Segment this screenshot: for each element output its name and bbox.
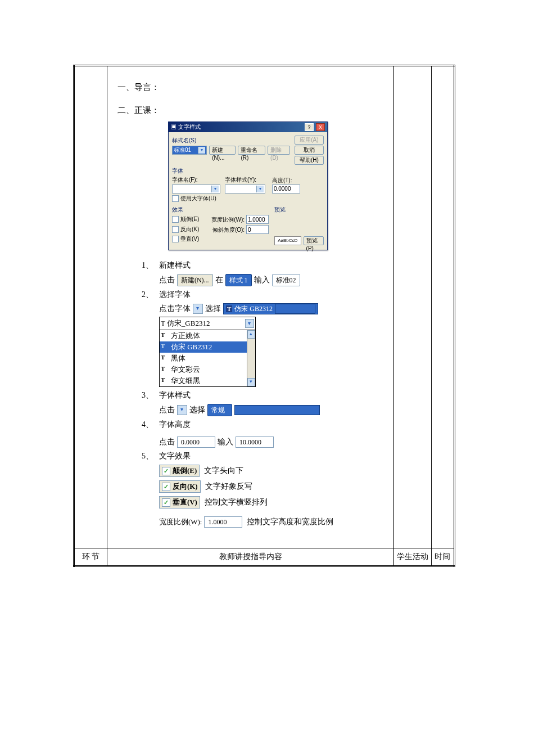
std02-field-img[interactable]: 标准02	[272, 274, 300, 286]
chevron-down-icon[interactable]: ▾	[198, 147, 205, 154]
step-5: 5、 文字效果 ✓颠倒(E) 文字头向下 ✓反向(K) 文字好象反写	[130, 451, 383, 528]
new-button[interactable]: 新建(N)...	[209, 146, 236, 155]
widthratio-input-img[interactable]: 1.0000	[204, 516, 242, 528]
time-cell	[431, 66, 454, 548]
cancel-button[interactable]: 取消	[295, 146, 324, 155]
apply-button[interactable]: 应用(A)	[295, 136, 324, 145]
font-selected-img[interactable]: T 仿宋 GB2312	[223, 303, 318, 314]
student-activity-cell	[394, 66, 432, 548]
text-style-dialog: ▣ 文字样式 ? X 样式名(S)	[168, 122, 328, 250]
bigfont-checkbox[interactable]: 使用大字体(U)	[172, 195, 216, 202]
dialog-titlebar[interactable]: ▣ 文字样式 ? X	[169, 122, 327, 132]
font-option-label: 黑体	[171, 354, 185, 362]
font-selected-text: 仿宋 GB2312	[234, 304, 273, 314]
widthratio-input[interactable]: 1.0000	[246, 215, 269, 224]
reverse-checkbox[interactable]: 反向(K)	[172, 226, 199, 233]
upside-check-img[interactable]: ✓颠倒(E)	[159, 465, 200, 477]
step-4: 4、 字体高度 点击 0.0000 输入 10.0000	[130, 420, 383, 448]
font-option-label: 华文细黑	[171, 376, 200, 385]
preview-box: AaBbCcD	[274, 236, 301, 245]
text: 点击	[159, 437, 175, 447]
angle-input[interactable]: 0	[246, 225, 269, 234]
rename-button[interactable]: 重命名(R)	[238, 146, 265, 155]
new-style-button-img[interactable]: 新建(N)...	[177, 274, 213, 286]
close-icon[interactable]: X	[316, 123, 325, 131]
footer-col3: 学生活动	[394, 548, 432, 566]
font-option-label: 华文彩云	[171, 365, 200, 374]
chevron-down-icon[interactable]: ▾	[256, 186, 264, 192]
fontstyle-value-img[interactable]: 常规	[207, 404, 232, 416]
fontname-combo[interactable]: ▾	[172, 184, 220, 194]
step-title: 选择字体	[159, 290, 383, 300]
note: 控制文字高度和宽度比例	[247, 517, 333, 527]
footer-col1: 环 节	[74, 548, 107, 566]
step-number: 3、	[130, 390, 159, 416]
stylename-value: 标准01	[174, 146, 191, 154]
font-option[interactable]: T黑体	[160, 353, 255, 364]
left-empty-cell	[74, 66, 107, 548]
note: 控制文字横竖排列	[205, 497, 268, 507]
reverse-check-img[interactable]: ✓反向(K)	[159, 480, 201, 493]
font-combo-current: 仿宋_GB2312	[167, 319, 210, 327]
font-option-label: 方正姚体	[171, 331, 200, 340]
reverse-label: 反向(K)	[180, 226, 199, 233]
upside-checkbox[interactable]: 颠倒(E)	[172, 215, 199, 223]
footer-col2: 教师讲授指导内容	[107, 548, 393, 566]
text: 点击字体	[159, 304, 191, 314]
chevron-down-icon[interactable]: ▾	[245, 319, 254, 328]
font-option[interactable]: T方正姚体	[160, 330, 255, 341]
delete-button[interactable]: 删除(D)	[268, 146, 290, 155]
content-cell: 一、导言： 二、正课： ▣ 文字样式 ? X	[107, 66, 393, 548]
document-page: 一、导言： 二、正课： ▣ 文字样式 ? X	[0, 0, 534, 756]
font-option[interactable]: T华文彩云	[160, 364, 255, 375]
upside-label: 颠倒(E)	[180, 215, 199, 223]
stylename-combo[interactable]: 标准01 ▾	[172, 146, 207, 155]
group-stylename: 样式名(S)	[172, 137, 290, 145]
font-option[interactable]: T华文细黑	[160, 375, 255, 386]
note: 文字好象反写	[205, 482, 252, 492]
height-before-input[interactable]: 0.0000	[177, 436, 215, 448]
vertical-checkbox[interactable]: 垂直(V)	[172, 235, 199, 243]
scroll-down-icon[interactable]: ▾	[247, 378, 255, 386]
help-button[interactable]: 帮助(H)	[295, 156, 324, 165]
vertical-label: 垂直(V)	[180, 235, 199, 243]
font-dropdown-list[interactable]: T 仿宋_GB2312 ▾ T方正姚体 T仿宋 GB2312 T黑体 T华文彩云…	[159, 317, 256, 387]
vertical-check-img[interactable]: ✓垂直(V)	[159, 496, 200, 508]
text: 输入	[218, 437, 233, 447]
bigfont-label: 使用大字体(U)	[180, 195, 216, 202]
label-fontstyle: 字体样式(Y):	[225, 176, 270, 184]
style1-field-img[interactable]: 样式 1	[225, 274, 252, 286]
dialog-title-icon: ▣ 文字样式	[171, 123, 201, 131]
step-number: 5、	[130, 451, 159, 528]
fontstyle-combo[interactable]: ▾	[225, 184, 265, 194]
help-icon[interactable]: ?	[305, 123, 314, 131]
text: 选择	[205, 304, 221, 314]
step-3: 3、 字体样式 点击 ▾ 选择 常规	[130, 390, 383, 416]
check-label: 垂直(V)	[173, 497, 197, 507]
preview-button[interactable]: 预览(P)	[304, 236, 324, 245]
text: 在	[215, 275, 223, 285]
font-option-selected[interactable]: T仿宋 GB2312	[160, 341, 255, 353]
chevron-down-icon[interactable]: ▾	[177, 405, 187, 415]
text: 输入	[254, 275, 270, 285]
step-number: 4、	[130, 420, 159, 448]
height-input[interactable]: 0.0000	[272, 184, 300, 194]
dialog-title-text: 文字样式	[178, 124, 201, 130]
widthratio-label: 宽度比例(W):	[211, 217, 245, 223]
font-option-label: 仿宋 GB2312	[171, 343, 212, 351]
chevron-down-icon[interactable]: ▾	[193, 304, 203, 314]
step-1: 1、 新建样式 点击 新建(N)... 在 样式 1 输入 标准02	[130, 260, 383, 286]
note: 文字头向下	[204, 466, 243, 476]
footer-label-row: 环 节 教师讲授指导内容 学生活动 时间	[74, 548, 455, 566]
text: 点击	[159, 405, 175, 415]
step-list: 1、 新建样式 点击 新建(N)... 在 样式 1 输入 标准02	[130, 260, 383, 528]
check-label: 颠倒(E)	[173, 466, 197, 476]
height-after-input[interactable]: 10.0000	[236, 436, 274, 448]
step-number: 2、	[130, 290, 159, 387]
chevron-down-icon[interactable]: ▾	[211, 186, 219, 192]
group-font: 字体	[172, 167, 324, 175]
scroll-up-icon[interactable]: ▴	[247, 330, 255, 339]
step-2: 2、 选择字体 点击字体 ▾ 选择 T 仿宋 GB2312	[130, 290, 383, 387]
heading-main: 二、正课：	[117, 105, 383, 116]
scrollbar[interactable]: ▴ ▾	[247, 330, 255, 386]
